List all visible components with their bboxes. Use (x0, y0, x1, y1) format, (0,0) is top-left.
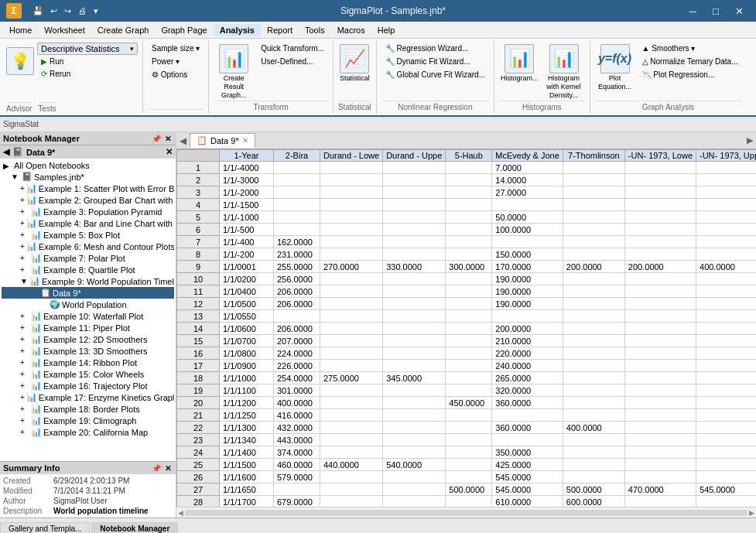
cell-7[interactable] (563, 372, 624, 384)
maximize-button[interactable]: □ (705, 2, 727, 19)
cell-4[interactable] (383, 174, 446, 186)
cell-2[interactable]: 162.0000 (274, 236, 320, 248)
cell-1[interactable]: 1/1/1650 (220, 483, 274, 496)
cell-2[interactable] (274, 162, 320, 174)
panel-close-button[interactable]: ✕ (163, 135, 173, 143)
cell-6[interactable]: 170.0000 (492, 261, 563, 273)
cell-2[interactable]: 579.0000 (274, 471, 320, 483)
cell-9[interactable] (696, 285, 756, 298)
tree-item-ex9[interactable]: ▼ 📊 Example 9: World Population Timeline (2, 275, 174, 287)
cell-4[interactable] (383, 360, 446, 372)
qat-undo[interactable]: ↩ (47, 4, 60, 19)
doc-tab-data9[interactable]: 📋 Data 9* ✕ (190, 133, 255, 148)
cell-3[interactable]: 275.0000 (320, 372, 383, 384)
tree-item-ex15[interactable]: + 📊 Example 15: Color Wheels (2, 368, 174, 380)
cell-5[interactable] (446, 409, 492, 422)
table-row[interactable]: 221/1/1300432.0000360.0000400.0000 (177, 422, 757, 434)
qat-options[interactable]: ▾ (91, 4, 101, 19)
cell-6[interactable]: 360.0000 (492, 422, 563, 434)
cell-7[interactable] (563, 186, 624, 199)
table-row[interactable]: 41/1/-1500 (177, 199, 757, 211)
table-row[interactable]: 131/1/0550 (177, 310, 757, 323)
cell-9[interactable] (696, 298, 756, 310)
summary-pin-button[interactable]: 📌 (150, 464, 162, 473)
cell-3[interactable] (320, 397, 383, 409)
cell-1[interactable]: 1/1/1250 (220, 409, 274, 422)
tree-item-ex7[interactable]: + 📊 Example 7: Polar Plot (2, 252, 174, 264)
menu-home[interactable]: Home (3, 24, 38, 36)
plot-equation-button[interactable]: y=f(x) Plot Equation... (595, 43, 635, 93)
cell-1[interactable]: 1/1/0700 (220, 335, 274, 347)
table-row[interactable]: 21/1/-300014.0000 (177, 174, 757, 186)
cell-1[interactable]: 1/1/-500 (220, 224, 274, 236)
cell-4[interactable] (383, 483, 446, 496)
cell-8[interactable] (624, 459, 696, 471)
cell-6[interactable] (492, 409, 563, 422)
cell-9[interactable] (696, 310, 756, 323)
doc-tab-close-button[interactable]: ✕ (242, 136, 248, 145)
table-row[interactable]: 151/1/0700207.0000210.0000 (177, 335, 757, 347)
table-row[interactable]: 161/1/0800224.0000220.0000 (177, 347, 757, 360)
cell-4[interactable] (383, 471, 446, 483)
cell-3[interactable] (320, 174, 383, 186)
cell-6[interactable]: 360.0000 (492, 397, 563, 409)
cell-4[interactable] (383, 397, 446, 409)
cell-2[interactable]: 255.0000 (274, 261, 320, 273)
cell-4[interactable]: 540.0000 (383, 459, 446, 471)
cell-1[interactable]: 1/1/-1000 (220, 211, 274, 224)
menu-help[interactable]: Help (371, 24, 402, 36)
col-header-2[interactable]: 2-Bira (274, 150, 320, 162)
cell-9[interactable] (696, 459, 756, 471)
cell-8[interactable] (624, 162, 696, 174)
cell-2[interactable]: 432.0000 (274, 422, 320, 434)
cell-5[interactable] (446, 335, 492, 347)
cell-9[interactable] (696, 434, 756, 446)
cell-5[interactable] (446, 422, 492, 434)
table-row[interactable]: 271/1/1650500.0000545.0000500.0000470.00… (177, 483, 757, 496)
cell-1[interactable]: 1/1/1340 (220, 434, 274, 446)
cell-3[interactable] (320, 224, 383, 236)
quick-transform-button[interactable]: Quick Transform... (257, 43, 328, 54)
tree-item-ex18[interactable]: + 📊 Example 18: Border Plots (2, 403, 174, 415)
cell-9[interactable] (696, 496, 756, 507)
cell-6[interactable]: 545.0000 (492, 483, 563, 496)
cell-8[interactable] (624, 446, 696, 459)
col-header-9[interactable]: -UN- 1973, Uppe (696, 150, 756, 162)
cell-5[interactable] (446, 186, 492, 199)
cell-7[interactable] (563, 224, 624, 236)
col-header-6[interactable]: McEvedy & Jone (492, 150, 563, 162)
cell-8[interactable] (624, 174, 696, 186)
table-row[interactable]: 121/1/0500206.0000190.0000 (177, 298, 757, 310)
cell-7[interactable] (563, 285, 624, 298)
close-button[interactable]: ✕ (728, 2, 750, 19)
sample-size-button[interactable]: Sample size ▾ (148, 43, 204, 54)
normalize-ternary-button[interactable]: △ Normalize Ternary Data... (638, 56, 742, 67)
cell-3[interactable] (320, 434, 383, 446)
options-button[interactable]: ⚙ Options (148, 69, 191, 80)
cell-7[interactable] (563, 236, 624, 248)
table-row[interactable]: 251/1/1500460.0000440.0000540.0000425.00… (177, 459, 757, 471)
cell-9[interactable] (696, 446, 756, 459)
cell-4[interactable] (383, 285, 446, 298)
cell-4[interactable] (383, 323, 446, 335)
table-row[interactable]: 231/1/1340443.0000 (177, 434, 757, 446)
cell-2[interactable]: 207.0000 (274, 335, 320, 347)
cell-7[interactable] (563, 409, 624, 422)
cell-1[interactable]: 1/1/-2000 (220, 186, 274, 199)
cell-6[interactable]: 220.0000 (492, 347, 563, 360)
cell-6[interactable]: 210.0000 (492, 335, 563, 347)
cell-3[interactable] (320, 409, 383, 422)
cell-5[interactable] (446, 496, 492, 507)
tree-item-ex1[interactable]: + 📊 Example 1: Scatter Plot with Error B… (2, 183, 174, 194)
cell-2[interactable]: 374.0000 (274, 446, 320, 459)
menu-report[interactable]: Report (261, 24, 299, 36)
cell-3[interactable]: 440.0000 (320, 459, 383, 471)
cell-8[interactable] (624, 285, 696, 298)
cell-8[interactable] (624, 224, 696, 236)
cell-5[interactable] (446, 446, 492, 459)
table-row[interactable]: 201/1/1200400.0000450.0000360.0000 (177, 397, 757, 409)
global-curve-button[interactable]: 🔧 Global Curve Fit Wizard... (381, 69, 489, 80)
cell-7[interactable] (563, 471, 624, 483)
table-row[interactable]: 211/1/1250416.0000400.0000 (177, 409, 757, 422)
cell-4[interactable] (383, 434, 446, 446)
